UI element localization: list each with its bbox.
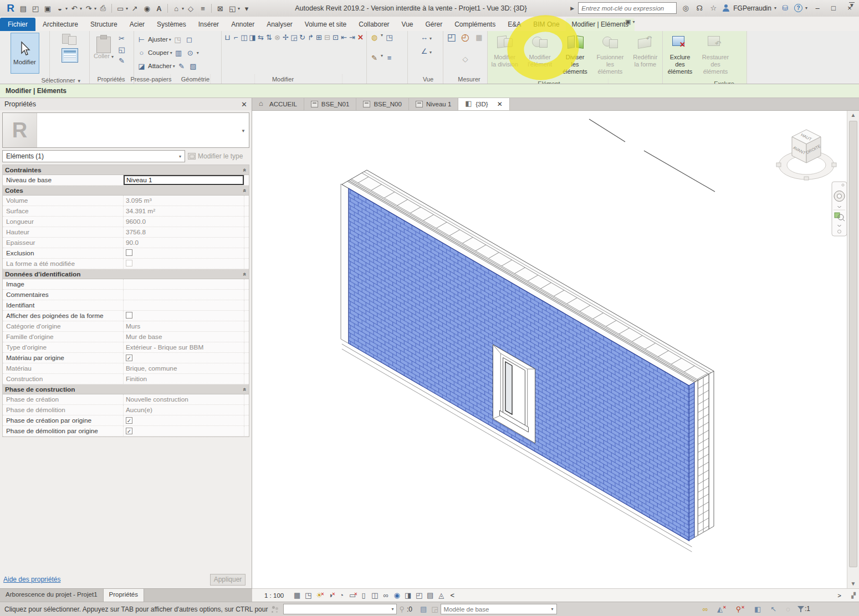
offset-icon[interactable]: ⌐ xyxy=(232,33,239,42)
section-icon[interactable]: ◇ xyxy=(185,3,196,14)
ribbon-tab-e-a[interactable]: E&A xyxy=(502,18,527,31)
edit-type-button[interactable]: Modifier le type xyxy=(188,150,243,162)
scale-icon[interactable]: ⊟ xyxy=(324,33,331,42)
trim-corner-icon[interactable]: ↱ xyxy=(307,33,314,42)
view-tab--3d-[interactable]: {3D}✕ xyxy=(458,98,509,110)
section-collapse-icon[interactable]: « xyxy=(242,272,248,275)
hammer-icon[interactable]: ▨ xyxy=(188,61,198,71)
tab-properties[interactable]: Propriétés xyxy=(104,589,144,602)
editable-only-icon[interactable]: ⚲ xyxy=(399,605,405,613)
save-icon[interactable]: ▣ xyxy=(42,3,53,14)
section-header-contraintes[interactable]: Contraintes« xyxy=(3,165,249,175)
view-tab-bse-n01[interactable]: BSE_N01 xyxy=(304,98,357,110)
customize-qat-icon[interactable]: ▾ xyxy=(241,3,252,14)
trim-button[interactable]: Ajuster xyxy=(148,36,168,43)
mirror-pick-axis-icon[interactable]: ◫ xyxy=(241,33,248,42)
ribbon-tab-modifier-el-ments[interactable]: Modifier | Eléments xyxy=(566,18,635,31)
analytical-model-icon[interactable]: ◬ xyxy=(436,591,447,599)
select-pinned-icon[interactable]: ⚲✕ xyxy=(736,605,745,613)
3d-caret-icon[interactable]: ▾ xyxy=(182,6,184,11)
view-scale[interactable]: 1 : 100 xyxy=(264,592,284,599)
property-value[interactable] xyxy=(124,415,244,425)
navigation-bar[interactable] xyxy=(832,182,847,236)
drawing-area[interactable]: HAUT AVANT DROITE xyxy=(252,111,847,588)
section-collapse-icon[interactable]: « xyxy=(242,387,248,391)
show-constraints-icon[interactable]: ◰ xyxy=(413,591,425,599)
checkbox-checked[interactable] xyxy=(126,428,132,434)
match-type-icon[interactable]: ✎ xyxy=(116,56,127,65)
wall-joins-icon[interactable]: ◻ xyxy=(184,35,195,44)
print-icon[interactable]: ⎙ xyxy=(98,3,109,14)
view-tab-overflow-icon[interactable]: ▼ xyxy=(849,2,855,8)
crop-view-icon[interactable]: ▭✕ xyxy=(347,591,358,599)
copy-icon[interactable]: ◱ xyxy=(116,45,127,54)
new-document-icon[interactable]: ▤ xyxy=(18,3,29,14)
sync-icon[interactable]: ◒ xyxy=(54,3,65,14)
default-3d-view-icon[interactable]: ⌂ xyxy=(171,3,182,14)
crop-region-visibility-icon[interactable]: ▯ xyxy=(358,591,369,599)
sync-caret-icon[interactable]: ▾ xyxy=(65,6,68,11)
type-selector[interactable]: R ▼ xyxy=(2,112,249,148)
view-tab-niveau-1[interactable]: Niveau 1 xyxy=(409,98,458,110)
merge-elements-button[interactable]: Fusionnerles éléments xyxy=(593,31,627,79)
drag-on-selection-icon[interactable]: ↖ xyxy=(770,605,776,613)
help-icon[interactable]: ? xyxy=(794,4,802,12)
align-icon[interactable]: ⊔ xyxy=(224,33,231,42)
cut-geometry-button[interactable]: Couper xyxy=(148,49,169,56)
redo-caret-icon[interactable]: ▾ xyxy=(94,6,96,11)
ribbon-tab-vue[interactable]: Vue xyxy=(396,18,420,31)
selection-filter-button[interactable]: :1 xyxy=(797,605,810,613)
minimize-button[interactable]: – xyxy=(811,4,824,12)
text-icon[interactable]: A xyxy=(154,3,165,14)
render-icon[interactable]: ◳ xyxy=(384,33,395,42)
ribbon-tab-g-rer[interactable]: Gérer xyxy=(419,18,448,31)
sun-path-icon[interactable]: ☀✕ xyxy=(314,591,325,599)
align-left-icon[interactable]: ⇤ xyxy=(340,33,347,42)
shadows-icon[interactable]: ◑✕ xyxy=(325,591,336,599)
unpin-icon[interactable]: ⊗ xyxy=(274,33,281,42)
property-value[interactable] xyxy=(124,248,244,258)
resize-grip[interactable]: ▞ xyxy=(851,592,856,598)
property-value[interactable]: Niveau 1 xyxy=(124,175,244,185)
close-hidden-windows-icon[interactable]: ⊠ xyxy=(214,3,226,14)
active-workset-icon[interactable]: ▤ xyxy=(420,605,427,613)
linework-brush-icon[interactable]: ✎ xyxy=(369,53,380,63)
render-dialog-icon[interactable]: ◔ xyxy=(336,591,347,599)
cut-geometry-icon[interactable]: ○ xyxy=(136,48,147,58)
edit-profile-icon[interactable]: ✎ xyxy=(176,61,187,71)
subscription-icon[interactable]: ☊ xyxy=(694,3,704,13)
select-links-icon[interactable]: ∞ xyxy=(703,605,708,613)
ribbon-tab-compl-ments[interactable]: Compléments xyxy=(448,18,502,31)
help-caret-icon[interactable]: ▾ xyxy=(805,6,807,11)
view-tab-bse-n00[interactable]: BSE_N00 xyxy=(356,98,409,110)
paste-button-label[interactable]: Coller ▾ xyxy=(94,53,114,59)
3d-view[interactable]: HAUT AVANT DROITE xyxy=(252,111,847,588)
edit-division-button[interactable]: Modifierla division xyxy=(488,31,521,79)
ribbon-display-toggle[interactable]: ▣▾ xyxy=(625,18,635,28)
vertical-scrollbar[interactable]: ▲ ▼ xyxy=(847,111,859,588)
checkbox-checked[interactable] xyxy=(126,417,132,424)
cut-profile-icon[interactable]: ≡ xyxy=(384,53,395,63)
measure-caret-icon[interactable]: ▾ xyxy=(126,6,128,11)
ribbon-tab-acier[interactable]: Acier xyxy=(124,18,151,31)
switch-caret-icon[interactable]: ▾ xyxy=(238,6,240,11)
tab-project-browser[interactable]: Arborescence du projet - Projet1 xyxy=(0,589,104,602)
app-store-cart-icon[interactable]: ⛁ xyxy=(780,3,790,13)
username[interactable]: FGPerraudin xyxy=(733,4,771,12)
switch-windows-icon[interactable]: ◱ xyxy=(227,3,238,14)
favorites-star-icon[interactable]: ☆ xyxy=(708,3,718,13)
scroll-right-icon[interactable]: > xyxy=(837,592,841,599)
scroll-down-icon[interactable]: ▼ xyxy=(847,579,859,588)
cut-icon[interactable]: ✂ xyxy=(116,34,127,43)
visual-style-icon[interactable]: ◳ xyxy=(303,591,314,599)
move-icon[interactable]: ✢ xyxy=(282,33,289,42)
palette-close-icon[interactable]: ✕ xyxy=(241,100,247,109)
undo-icon[interactable]: ↶ xyxy=(69,3,80,14)
cope-icon[interactable]: ◳ xyxy=(172,35,183,44)
undo-caret-icon[interactable]: ▾ xyxy=(80,6,82,11)
section-header-phase-de-construction[interactable]: Phase de construction« xyxy=(3,384,249,394)
section-header-donn-es-d-identification[interactable]: Données d'identification« xyxy=(3,269,249,279)
expand-bar-icon[interactable]: < xyxy=(447,591,458,599)
user-caret-icon[interactable]: ▾ xyxy=(774,6,776,11)
ribbon-tab-collaborer[interactable]: Collaborer xyxy=(352,18,395,31)
